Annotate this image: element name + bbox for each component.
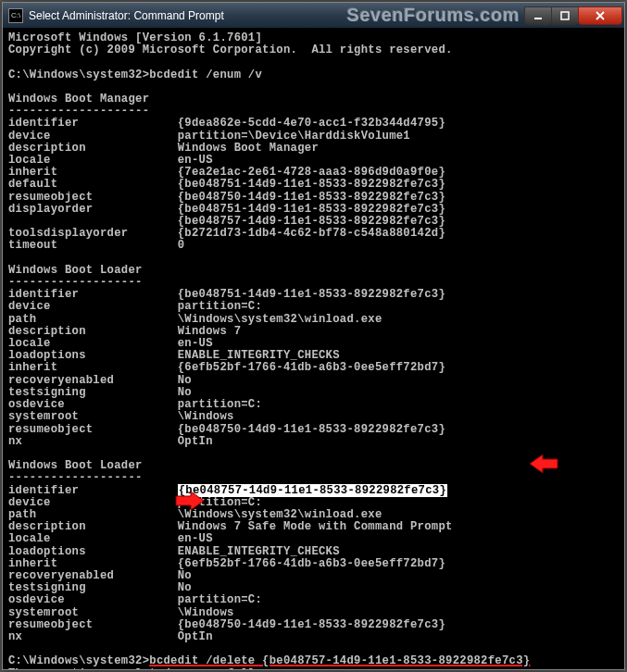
- delete-command: bcdedit /delete {be048757-14d9-11e1-8533…: [149, 654, 530, 667]
- watermark-text: SevenForums.com: [347, 5, 520, 26]
- command-prompt-window: C:\ Select Administrator: Command Prompt…: [2, 2, 625, 670]
- console-output[interactable]: Microsoft Windows [Version 6.1.7601] Cop…: [3, 29, 624, 669]
- maximize-button[interactable]: [551, 6, 579, 25]
- close-button[interactable]: [578, 6, 622, 25]
- cmd-icon: C:\: [8, 8, 23, 23]
- window-buttons: [525, 6, 622, 25]
- highlighted-identifier: {be048757-14d9-11e1-8533-8922982fe7c3}: [178, 484, 447, 497]
- window-title: Select Administrator: Command Prompt: [29, 9, 347, 22]
- minimize-button[interactable]: [524, 6, 552, 25]
- svg-rect-0: [534, 18, 542, 19]
- svg-rect-1: [561, 12, 569, 19]
- titlebar[interactable]: C:\ Select Administrator: Command Prompt…: [3, 3, 624, 29]
